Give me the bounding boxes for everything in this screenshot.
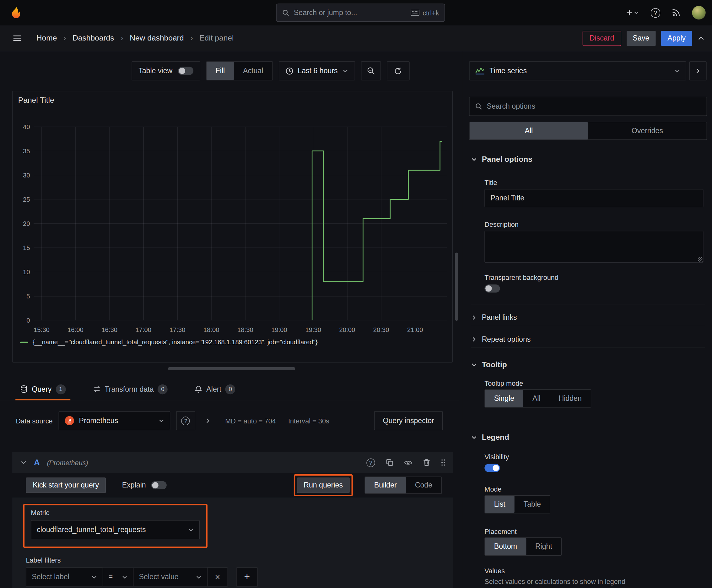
run-queries-button[interactable]: Run queries — [297, 478, 349, 493]
remove-filter-button[interactable]: × — [207, 568, 228, 587]
datasource-select[interactable]: Prometheus — [58, 411, 170, 430]
vertical-scrollbar[interactable] — [455, 253, 458, 321]
query-inspector-button[interactable]: Query inspector — [374, 411, 443, 430]
textarea-resize-handle[interactable] — [698, 257, 702, 261]
breadcrumb-new-dashboard[interactable]: New dashboard — [130, 34, 184, 43]
drag-handle-grip-icon[interactable] — [441, 459, 445, 466]
visualization-select[interactable]: Time series — [469, 61, 686, 80]
tab-alert[interactable]: Alert 0 — [191, 378, 240, 400]
tab-transform-data[interactable]: Transform data 0 — [88, 378, 172, 400]
interval-stat: Interval = 30s — [288, 417, 329, 425]
legend-mode-table[interactable]: Table — [515, 496, 550, 513]
panel-title-input[interactable] — [484, 189, 703, 207]
legend-section-title: Legend — [482, 433, 509, 442]
select-label-dropdown[interactable]: Select label — [26, 568, 103, 587]
save-button[interactable]: Save — [626, 31, 655, 46]
legend-mode-list[interactable]: List — [485, 496, 515, 513]
chart-legend-item[interactable]: {__name__="cloudflared_tunnel_total_requ… — [20, 339, 318, 346]
legend-placement-bottom[interactable]: Bottom — [485, 538, 526, 555]
description-textarea[interactable] — [484, 231, 703, 262]
tab-query-label: Query — [32, 385, 51, 393]
all-overrides-segmented: All Overrides — [469, 122, 707, 140]
tooltip-mode-all[interactable]: All — [523, 390, 550, 407]
table-view-toggle[interactable] — [178, 67, 193, 75]
legend-values-hint: Select values or calculations to show in… — [484, 577, 625, 585]
apply-button[interactable]: Apply — [661, 31, 692, 46]
chevron-down-icon — [122, 574, 128, 580]
zoom-out-button[interactable] — [361, 61, 381, 80]
explain-toggle[interactable] — [151, 481, 167, 489]
query-help-icon[interactable]: ? — [366, 458, 375, 467]
options-tab-all[interactable]: All — [470, 122, 588, 140]
refresh-button[interactable] — [387, 61, 409, 80]
chevron-down-icon — [158, 418, 165, 424]
breadcrumb-dashboards[interactable]: Dashboards — [72, 34, 114, 43]
legend-values-label: Values — [484, 567, 505, 575]
legend-visibility-toggle[interactable] — [484, 464, 500, 472]
chevron-right-icon — [471, 336, 477, 342]
help-icon[interactable]: ? — [651, 8, 660, 17]
grafana-logo-icon[interactable] — [9, 5, 23, 19]
legend-section-header[interactable]: Legend — [471, 433, 509, 442]
chart-svg[interactable]: 051015202530354015:3016:0016:3017:0017:3… — [15, 114, 451, 337]
collapse-query-chevron-icon[interactable] — [20, 459, 27, 465]
select-value-dropdown[interactable]: Select value — [133, 568, 208, 587]
tooltip-section-header[interactable]: Tooltip — [471, 360, 507, 370]
options-search-box — [469, 97, 707, 116]
time-range-picker[interactable]: Last 6 hours — [279, 61, 355, 80]
svg-text:20:00: 20:00 — [339, 327, 355, 333]
add-new-icon[interactable] — [626, 9, 639, 16]
repeat-options-section-header[interactable]: Repeat options — [471, 331, 531, 348]
bell-icon — [195, 385, 202, 393]
toggle-viz-picker-button[interactable] — [689, 61, 707, 80]
collapse-options-chevron-icon[interactable] — [205, 417, 211, 424]
transparent-background-label: Transparent background — [484, 274, 559, 281]
chevron-right-icon — [471, 314, 477, 321]
svg-text:17:30: 17:30 — [170, 327, 186, 333]
user-avatar[interactable] — [692, 6, 706, 19]
help-circle-icon: ? — [181, 417, 190, 425]
news-feed-icon[interactable] — [672, 8, 680, 17]
legend-placement-right[interactable]: Right — [526, 538, 561, 555]
divider — [471, 326, 705, 326]
discard-button[interactable]: Discard — [583, 31, 621, 46]
menu-toggle-icon[interactable] — [13, 34, 22, 43]
collapse-chevron-up-icon[interactable] — [697, 35, 705, 42]
query-ref-id: A — [34, 458, 40, 467]
select-value-placeholder: Select value — [139, 573, 179, 581]
tab-query[interactable]: Query 1 — [15, 378, 70, 400]
tooltip-mode-hidden[interactable]: Hidden — [550, 390, 591, 407]
panel-title[interactable]: Panel Title — [18, 96, 54, 105]
svg-text:25: 25 — [23, 196, 30, 203]
search-icon — [282, 9, 289, 16]
duplicate-query-icon[interactable] — [386, 459, 393, 466]
breadcrumb-separator: › — [121, 33, 123, 43]
datasource-label: Data source — [16, 417, 53, 425]
options-search-input[interactable] — [487, 102, 701, 110]
chevron-down-icon — [91, 574, 97, 580]
tooltip-mode-single[interactable]: Single — [485, 390, 523, 407]
transparent-background-toggle[interactable] — [484, 284, 500, 292]
options-tab-overrides[interactable]: Overrides — [588, 122, 707, 140]
hide-response-eye-icon[interactable] — [404, 460, 412, 465]
svg-text:18:30: 18:30 — [237, 327, 253, 333]
breadcrumb-home[interactable]: Home — [37, 34, 57, 43]
panel-preview: Panel Title 051015202530354015:3016:0016… — [12, 91, 453, 362]
add-filter-button[interactable]: + — [236, 568, 258, 587]
kick-start-query-button[interactable]: Kick start your query — [26, 478, 106, 493]
builder-option[interactable]: Builder — [365, 477, 406, 493]
fill-option[interactable]: Fill — [207, 62, 234, 80]
panel-links-section-header[interactable]: Panel links — [471, 309, 517, 326]
code-option[interactable]: Code — [406, 477, 441, 493]
datasource-help-button[interactable]: ? — [176, 411, 195, 430]
svg-text:16:00: 16:00 — [67, 327, 84, 333]
metric-select[interactable]: cloudflared_tunnel_total_requests — [31, 520, 200, 539]
delete-query-trash-icon[interactable] — [423, 459, 430, 466]
query-row-header[interactable]: A (Prometheus) ? — [12, 452, 453, 473]
operator-dropdown[interactable]: = — [103, 568, 133, 587]
global-search-input[interactable]: Search or jump to... ctrl+k — [276, 4, 445, 22]
panel-options-section-header[interactable]: Panel options — [471, 155, 533, 164]
keyboard-icon — [410, 9, 419, 16]
horizontal-scrollbar[interactable] — [168, 367, 295, 370]
actual-option[interactable]: Actual — [234, 62, 272, 80]
